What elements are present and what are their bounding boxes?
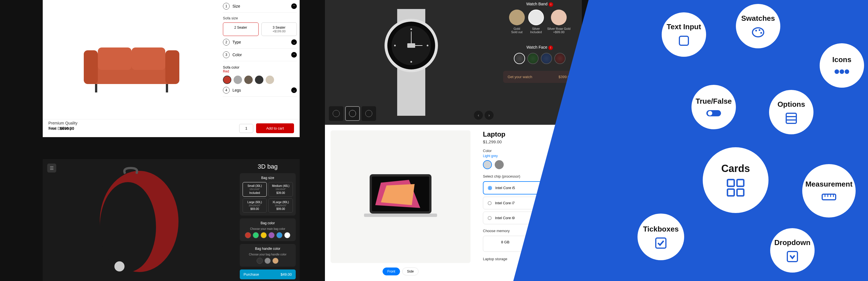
tile-dim: 19x16x8" — [270, 188, 291, 191]
chip-name: Intel Core i9 — [495, 216, 515, 220]
face-black[interactable] — [514, 53, 525, 64]
band-sub: Sold out — [509, 30, 525, 34]
tile-label: 2 Seater — [226, 26, 255, 30]
option-label: Type — [232, 40, 291, 44]
svg-rect-2 — [165, 50, 179, 84]
svg-point-39 — [708, 111, 712, 116]
option-number: 3 — [223, 52, 230, 58]
swatch-black[interactable] — [257, 258, 263, 264]
swatch-red[interactable] — [223, 75, 231, 84]
add-to-cart-button[interactable]: Add to cart — [256, 123, 294, 133]
radio-icon — [488, 201, 492, 205]
quantity-input[interactable] — [239, 124, 253, 133]
info-icon[interactable]: i — [549, 45, 553, 50]
helper-text: Choose your main bag color — [243, 227, 293, 230]
option-number: 2 — [223, 39, 230, 45]
band-silver[interactable]: Silver Included — [528, 9, 544, 34]
option-legs[interactable]: 4 Legs ⌄ — [223, 84, 297, 97]
purchase-label: Purchase — [244, 272, 259, 277]
laptop-image — [331, 130, 470, 263]
swatch-grey[interactable] — [495, 160, 504, 169]
size-small[interactable]: Small (30L) 18x14x6" Included — [243, 182, 267, 197]
radio-icon — [488, 186, 492, 190]
swatch-green[interactable] — [253, 232, 259, 238]
arrow-left-icon[interactable]: ‹ — [474, 111, 483, 120]
band-section-title: Watch Bandi — [503, 2, 576, 7]
svg-point-22 — [333, 110, 340, 117]
size-2seater[interactable]: 2 Seater — [223, 23, 258, 36]
size-3seater[interactable]: 3 Seater +$199.00 — [261, 23, 297, 36]
band-gold[interactable]: Gold Sold out — [509, 9, 525, 34]
chip-name: Intel Core i5 — [495, 186, 515, 190]
swatch-grey[interactable] — [265, 258, 271, 264]
size-xlarge[interactable]: XLarge (80L) 30x20x15" $99.00 — [269, 198, 293, 213]
tab-side[interactable]: Side — [402, 268, 418, 275]
radio-icon — [488, 216, 492, 220]
label: Watch Face — [526, 45, 547, 50]
settings-icon[interactable]: ☰ — [47, 163, 56, 173]
swatch-black[interactable] — [255, 75, 264, 84]
mem-8gb[interactable]: 8 GB — [483, 236, 528, 252]
purchase-price: $49.00 — [281, 272, 292, 277]
swatch-purple[interactable] — [269, 232, 275, 238]
color-swatches — [223, 75, 297, 84]
bubble-label: Cards — [721, 163, 750, 175]
band-rosegold[interactable]: Silver Rose Gold +$99.00 — [547, 9, 570, 34]
swatch-lightgrey[interactable] — [483, 160, 492, 169]
total-label: Total: — [48, 126, 57, 130]
thumb-3[interactable] — [362, 106, 376, 121]
watch-preview: ‹ › — [325, 0, 498, 125]
chevron-up-icon: ⌃ — [291, 52, 297, 58]
bubble-dropdown: Dropdown — [770, 228, 815, 273]
swatch-red[interactable] — [245, 232, 251, 238]
bubble-label: Dropdown — [774, 238, 811, 247]
band-name: Gold — [509, 27, 525, 30]
swatch-tan[interactable] — [272, 258, 279, 264]
option-color[interactable]: 3 Color ⌃ — [223, 49, 297, 61]
svg-rect-3 — [98, 48, 131, 70]
svg-point-32 — [755, 30, 757, 31]
swatch-beige[interactable] — [266, 75, 274, 84]
purchase-button[interactable]: Purchase $49.00 — [240, 270, 296, 279]
thumb-2[interactable] — [345, 106, 360, 121]
color-label: Sofa color — [223, 65, 297, 69]
svg-point-31 — [752, 28, 764, 37]
swatch-yellow[interactable] — [260, 232, 267, 238]
option-size[interactable]: 1 Size ⌃ — [223, 0, 297, 13]
info-icon[interactable]: i — [549, 2, 553, 7]
tile-name: Large (60L) — [245, 200, 265, 204]
option-type[interactable]: 2 Type ⌄ — [223, 36, 297, 49]
size-medium[interactable]: Medium (40L) 19x16x8" $39.00 — [269, 182, 293, 197]
band-sub: Included — [528, 30, 544, 34]
svg-point-37 — [845, 69, 849, 74]
band-name: Silver — [528, 27, 544, 30]
size-large[interactable]: Large (60L) 20x18x10" $69.00 — [243, 198, 267, 213]
palette-icon — [751, 26, 765, 38]
bag-handle-section: Bag handle color Choose your bag handle … — [240, 244, 296, 267]
face-green[interactable] — [527, 53, 538, 64]
swatch-white[interactable] — [284, 232, 290, 238]
get-watch-button[interactable]: Get your watch $399.00 — [503, 71, 576, 83]
swatch-brown[interactable] — [244, 75, 253, 84]
bubble-icons: Icons — [820, 43, 864, 88]
svg-point-19 — [410, 61, 412, 63]
thumb-1[interactable] — [329, 106, 343, 121]
bubble-label: Text Input — [667, 23, 701, 31]
bubble-swatches: Swatches — [736, 4, 780, 48]
face-red[interactable] — [554, 53, 565, 64]
swatch-blue[interactable] — [276, 232, 282, 238]
svg-marker-28 — [381, 184, 414, 205]
bag-color-section: Bag color Choose your main bag color — [240, 218, 296, 241]
svg-rect-29 — [364, 214, 437, 217]
chevron-up-icon: ⌃ — [291, 3, 297, 9]
bubble-truefalse: True/False — [691, 85, 736, 129]
arrow-right-icon[interactable]: › — [485, 111, 494, 120]
swatch-grey[interactable] — [234, 75, 242, 84]
option-label: Legs — [232, 88, 291, 92]
face-blue[interactable] — [541, 53, 552, 64]
tile-price: $69.00 — [245, 207, 265, 211]
svg-rect-46 — [737, 189, 744, 196]
bubble-options: Options — [769, 90, 813, 134]
tab-front[interactable]: Front — [382, 268, 400, 275]
bubble-label: Icons — [832, 55, 851, 64]
